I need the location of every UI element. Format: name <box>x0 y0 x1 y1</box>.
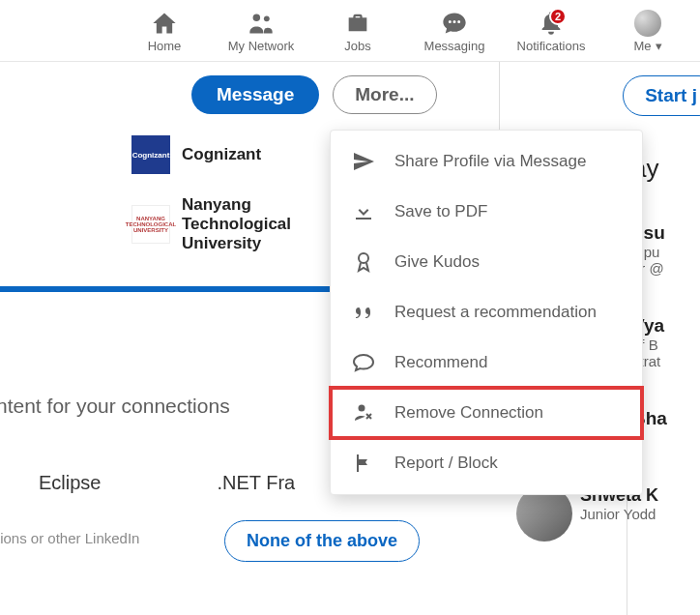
activity-prompt: ntent for your connections <box>0 395 230 418</box>
main-area: Message More... Start j Cognizant Cogniz… <box>0 62 700 75</box>
svg-point-0 <box>253 14 260 20</box>
section-accent-bar <box>0 286 340 292</box>
start-job-button[interactable]: Start j <box>623 75 700 116</box>
menu-report-block[interactable]: Report / Block <box>331 438 642 488</box>
company-name: Cognizant <box>182 145 261 164</box>
menu-give-kudos[interactable]: Give Kudos <box>331 237 642 287</box>
menu-label: Give Kudos <box>394 252 480 272</box>
skills-row: Eclipse .NET Fra <box>39 472 295 494</box>
top-nav: Home My Network Jobs Messaging 2 Notific… <box>0 0 700 62</box>
notifications-badge: 2 <box>549 8 567 25</box>
skill-item[interactable]: Eclipse <box>39 472 101 494</box>
none-of-above-button[interactable]: None of the above <box>224 520 420 562</box>
menu-save-pdf[interactable]: Save to PDF <box>331 187 642 237</box>
people-icon <box>248 10 275 37</box>
flag-icon <box>352 452 375 475</box>
education-item[interactable]: NANYANGTECHNOLOGICALUNIVERSITY Nanyang T… <box>131 195 336 253</box>
caret-down-icon: ▾ <box>656 39 662 53</box>
nav-me-label: Me▾ <box>633 39 661 53</box>
award-icon <box>352 250 375 274</box>
experience-list: Cognizant Cognizant NANYANGTECHNOLOGICAL… <box>131 135 336 253</box>
school-name: Nanyang Technological University <box>182 195 336 253</box>
person-sub: Junior Yodd <box>580 506 658 522</box>
school-logo-ntu: NANYANGTECHNOLOGICALUNIVERSITY <box>131 205 170 244</box>
download-icon <box>352 200 375 223</box>
quotes-icon <box>352 301 375 324</box>
profile-actions: Message More... <box>191 75 437 114</box>
menu-label: Share Profile via Message <box>394 152 586 171</box>
nav-notifications-label: Notifications <box>517 39 586 53</box>
nav-me[interactable]: Me▾ <box>601 10 694 53</box>
chat-icon <box>441 10 468 37</box>
menu-recommend[interactable]: Recommend <box>331 337 642 388</box>
menu-request-recommendation[interactable]: Request a recommendation <box>331 287 642 337</box>
experience-item[interactable]: Cognizant Cognizant <box>131 135 336 174</box>
menu-label: Save to PDF <box>394 202 487 221</box>
home-icon <box>151 10 178 37</box>
nav-me-text: Me <box>633 39 651 53</box>
more-button[interactable]: More... <box>333 75 436 114</box>
nav-home-label: Home <box>148 39 182 53</box>
nav-network-label: My Network <box>228 39 295 53</box>
svg-point-3 <box>359 405 365 412</box>
nav-jobs[interactable]: Jobs <box>311 10 404 53</box>
speech-icon <box>352 351 375 374</box>
company-logo-cognizant: Cognizant <box>131 135 170 174</box>
more-dropdown: Share Profile via Message Save to PDF Gi… <box>330 130 643 495</box>
nav-messaging-label: Messaging <box>424 39 485 53</box>
svg-point-1 <box>264 15 270 21</box>
nav-messaging[interactable]: Messaging <box>408 10 501 53</box>
avatar-icon <box>634 10 661 37</box>
menu-label: Remove Connection <box>394 403 543 423</box>
svg-point-2 <box>359 253 368 263</box>
menu-label: Report / Block <box>394 454 498 473</box>
nav-network[interactable]: My Network <box>215 10 307 53</box>
menu-label: Request a recommendation <box>394 303 597 322</box>
menu-label: Recommend <box>394 353 487 372</box>
nav-notifications[interactable]: 2 Notifications <box>505 10 598 53</box>
message-button[interactable]: Message <box>191 75 319 114</box>
nav-jobs-label: Jobs <box>344 39 370 53</box>
nav-home[interactable]: Home <box>118 10 211 53</box>
send-icon <box>352 150 375 173</box>
bottom-hint: tions or other LinkedIn <box>0 530 139 546</box>
menu-remove-connection[interactable]: Remove Connection <box>331 388 642 438</box>
skill-item[interactable]: .NET Fra <box>217 472 295 494</box>
briefcase-icon <box>344 10 371 37</box>
menu-share-profile[interactable]: Share Profile via Message <box>331 136 642 187</box>
person-remove-icon <box>352 401 375 425</box>
